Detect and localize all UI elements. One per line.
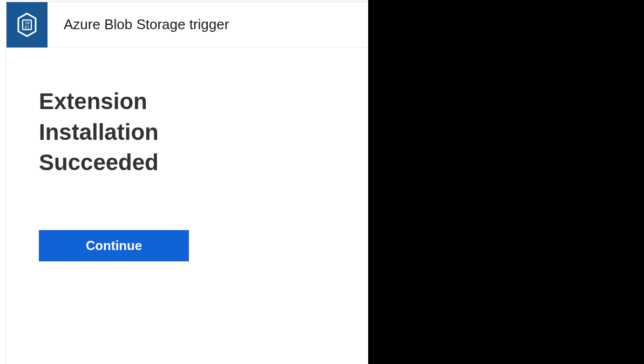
trigger-panel: 10 01 Azure Blob Storage trigger Extensi… [6, 2, 368, 364]
right-dark-panel [368, 0, 644, 364]
panel-title: Azure Blob Storage trigger [64, 16, 229, 33]
panel-header: 10 01 Azure Blob Storage trigger [6, 2, 368, 48]
blob-storage-icon: 10 01 [6, 2, 48, 48]
left-sidebar-sliver [0, 0, 6, 364]
continue-button-label: Continue [86, 238, 142, 253]
panel-content: Extension Installation Succeeded Continu… [6, 48, 368, 261]
status-message: Extension Installation Succeeded [39, 86, 212, 178]
continue-button[interactable]: Continue [39, 230, 189, 261]
svg-text:01: 01 [24, 25, 29, 30]
